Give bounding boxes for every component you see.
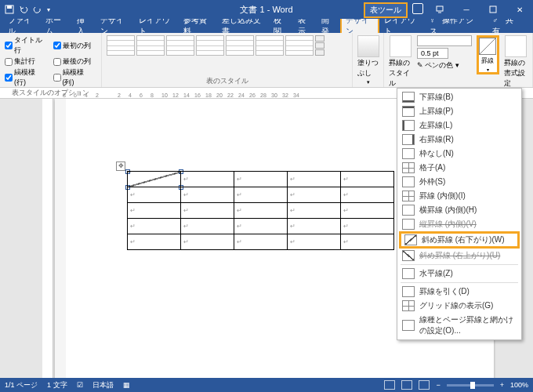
minimize-button[interactable]: ─ bbox=[453, 0, 480, 19]
table-cell[interactable] bbox=[128, 172, 181, 187]
table-cell[interactable]: ↵ bbox=[288, 172, 341, 187]
status-spellcheck-icon[interactable]: ☑ bbox=[77, 381, 83, 389]
zoom-in-button[interactable]: + bbox=[500, 381, 504, 389]
border-menu-item[interactable]: 外枠(S) bbox=[397, 175, 521, 189]
view-print-layout[interactable] bbox=[401, 380, 412, 390]
border-menu-item[interactable]: 縦罫線 (内側)(V) bbox=[397, 217, 521, 231]
table-cell[interactable]: ↵ bbox=[181, 219, 234, 234]
table-cell[interactable]: ↵ bbox=[341, 203, 394, 219]
table-cell[interactable]: ↵ bbox=[288, 234, 341, 250]
table-move-handle[interactable]: ✥ bbox=[116, 162, 125, 171]
border-menu-item[interactable]: 下罫線(B) bbox=[397, 90, 521, 104]
table-cell[interactable]: ↵ bbox=[234, 187, 288, 203]
save-icon[interactable] bbox=[5, 5, 14, 14]
table-cell[interactable]: ↵ bbox=[128, 219, 181, 234]
opt-banded-rows[interactable]: 縞模様 (行) bbox=[5, 67, 49, 88]
border-menu-item[interactable]: 水平線(Z) bbox=[397, 267, 521, 281]
qat-more-icon[interactable]: ▾ bbox=[47, 6, 50, 13]
border-type-icon bbox=[402, 300, 415, 311]
pen-weight-selector[interactable]: 0.5 pt bbox=[417, 48, 449, 59]
border-menu-item[interactable]: 横罫線 (内側)(H) bbox=[397, 203, 521, 217]
redo-icon[interactable] bbox=[33, 5, 42, 14]
table-cell[interactable]: ↵ bbox=[181, 203, 234, 219]
menu-item-label: 斜め罫線 (右下がり)(W) bbox=[422, 234, 505, 245]
borders-dropdown-button[interactable]: 罫線 ▾ bbox=[477, 35, 499, 74]
opt-header-row[interactable]: タイトル行 bbox=[5, 35, 49, 56]
style-thumb[interactable] bbox=[226, 35, 254, 56]
menu-item-label: 斜め罫線 (右上がり)(U) bbox=[419, 250, 500, 261]
border-menu-item[interactable]: 罫線 (内側)(I) bbox=[397, 189, 521, 203]
pen-style-selector[interactable] bbox=[417, 35, 472, 46]
document-table[interactable]: ↵↵↵↵ ↵↵↵↵↵ ↵↵↵↵↵ ↵↵↵↵↵ ↵↵↵↵↵ bbox=[127, 171, 394, 250]
border-menu-item[interactable]: 斜め罫線 (右上がり)(U) bbox=[397, 249, 521, 263]
opt-first-col[interactable]: 最初の列 bbox=[53, 35, 97, 56]
opt-banded-cols[interactable]: 縞模様 (列) bbox=[53, 67, 97, 88]
border-styles-button[interactable]: 罫線の スタイル bbox=[389, 35, 412, 89]
vertical-ruler[interactable] bbox=[42, 99, 53, 378]
style-thumb[interactable] bbox=[166, 35, 194, 56]
table-cell[interactable]: ↵ bbox=[288, 203, 341, 219]
shading-group: 塗りつぶし▾ bbox=[353, 33, 384, 87]
menu-item-label: 罫線を引く(D) bbox=[419, 286, 470, 297]
style-thumb[interactable] bbox=[285, 35, 314, 56]
table-cell[interactable]: ↵ bbox=[341, 234, 394, 250]
border-type-icon bbox=[402, 134, 415, 145]
menu-item-label: 左罫線(L) bbox=[419, 120, 452, 131]
table-cell[interactable]: ↵ bbox=[181, 172, 234, 187]
border-menu-item[interactable]: 格子(A) bbox=[397, 161, 521, 175]
opt-last-col[interactable]: 最後の列 bbox=[53, 56, 97, 67]
border-menu-item[interactable]: 線種とページ罫線と網かけの設定(O)... bbox=[397, 313, 521, 338]
status-language[interactable]: 日本語 bbox=[92, 380, 114, 390]
view-web-layout[interactable] bbox=[419, 380, 430, 390]
menu-item-label: 罫線 (内側)(I) bbox=[419, 191, 466, 201]
border-menu-item[interactable]: 斜め罫線 (右下がり)(W) bbox=[399, 231, 520, 249]
menu-item-label: 線種とページ罫線と網かけの設定(O)... bbox=[419, 314, 517, 336]
border-menu-item[interactable]: グリッド線の表示(G) bbox=[397, 299, 521, 313]
status-word-count[interactable]: 1 文字 bbox=[47, 380, 67, 390]
table-cell[interactable]: ↵ bbox=[288, 219, 341, 234]
maximize-button[interactable] bbox=[480, 0, 506, 19]
table-cell[interactable]: ↵ bbox=[234, 219, 288, 234]
account-icon[interactable] bbox=[412, 3, 423, 14]
border-menu-item[interactable]: 罫線を引く(D) bbox=[397, 285, 521, 299]
table-cell[interactable]: ↵ bbox=[181, 187, 234, 203]
style-thumb[interactable] bbox=[256, 35, 284, 56]
border-menu-item[interactable]: 上罫線(P) bbox=[397, 104, 521, 118]
status-macro-icon[interactable]: ▦ bbox=[123, 381, 130, 389]
zoom-level[interactable]: 100% bbox=[510, 381, 528, 389]
style-gallery[interactable] bbox=[107, 35, 347, 56]
border-painter-button[interactable]: 罫線の 書式設定 bbox=[504, 35, 528, 89]
table-cell[interactable]: ↵ bbox=[128, 203, 181, 219]
gallery-more-button[interactable] bbox=[315, 35, 325, 56]
table-cell[interactable]: ↵ bbox=[234, 172, 288, 187]
menu-item-label: 外枠(S) bbox=[419, 176, 445, 187]
table-cell[interactable]: ↵ bbox=[288, 187, 341, 203]
style-thumb[interactable] bbox=[136, 35, 165, 56]
border-menu-item[interactable]: 枠なし(N) bbox=[397, 147, 521, 161]
undo-icon[interactable] bbox=[19, 5, 28, 14]
zoom-slider[interactable] bbox=[447, 384, 494, 387]
pen-color-button[interactable]: ✎ ペンの色 ▾ bbox=[417, 60, 472, 71]
table-cell[interactable]: ↵ bbox=[181, 234, 234, 250]
table-cell[interactable]: ↵ bbox=[234, 234, 288, 250]
opt-total-row[interactable]: 集計行 bbox=[5, 56, 49, 67]
table-cell[interactable]: ↵ bbox=[341, 187, 394, 203]
ribbon-options-icon[interactable] bbox=[426, 0, 453, 19]
shading-button[interactable]: 塗りつぶし▾ bbox=[357, 35, 379, 85]
table-cell[interactable]: ↵ bbox=[341, 172, 394, 187]
table-cell[interactable]: ↵ bbox=[128, 234, 181, 250]
table-cell[interactable]: ↵ bbox=[341, 219, 394, 234]
border-menu-item[interactable]: 右罫線(R) bbox=[397, 132, 521, 147]
zoom-out-button[interactable]: − bbox=[436, 381, 440, 389]
close-button[interactable]: ✕ bbox=[506, 0, 533, 19]
view-read-mode[interactable] bbox=[384, 380, 395, 390]
border-type-icon bbox=[402, 219, 415, 230]
menu-item-label: 上罫線(P) bbox=[419, 106, 453, 117]
table-cell[interactable]: ↵ bbox=[234, 203, 288, 219]
status-page[interactable]: 1/1 ページ bbox=[5, 380, 38, 390]
style-thumb[interactable] bbox=[107, 35, 135, 56]
border-menu-item[interactable]: 左罫線(L) bbox=[397, 118, 521, 132]
table-cell[interactable]: ↵ bbox=[128, 187, 181, 203]
menu-item-label: 右罫線(R) bbox=[419, 134, 454, 145]
style-thumb[interactable] bbox=[196, 35, 224, 56]
